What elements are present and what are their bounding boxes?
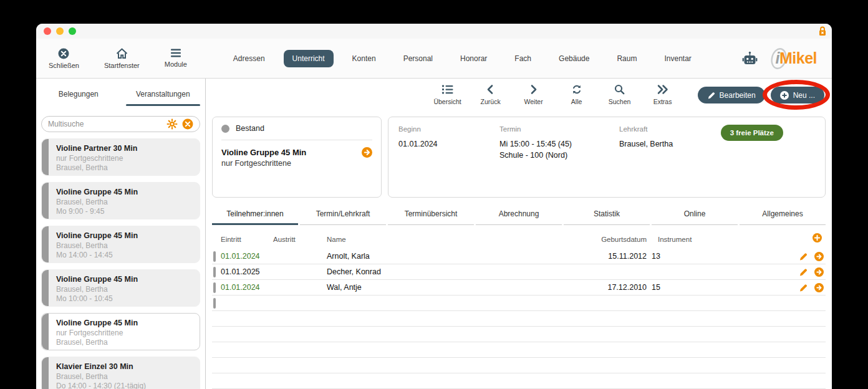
multi-search <box>41 116 200 132</box>
tool-module[interactable]: Module <box>165 48 187 69</box>
list-item[interactable]: Violine Partner 30 Min nur Fortgeschritt… <box>41 138 200 176</box>
zoom-window-button[interactable] <box>69 27 76 35</box>
list-item-marker <box>42 270 49 306</box>
open-row-button[interactable] <box>814 267 824 277</box>
nav-tab-honorar[interactable]: Honorar <box>451 50 496 67</box>
list-item-line: Brausel, Bertha <box>56 372 192 382</box>
cell-eintritt: 01.01.2024 <box>221 283 273 292</box>
field-value: Brausel, Bertha <box>619 138 673 150</box>
edit-row-button[interactable] <box>799 283 808 292</box>
cell-geburtsdatum: 15.11.2012 <box>586 252 647 261</box>
list-item-line: Brausel, Bertha <box>56 285 192 294</box>
edit-row-button[interactable] <box>799 267 808 276</box>
tab-abrechnung[interactable]: Abrechnung <box>476 206 562 225</box>
action-label: Zurück <box>481 98 501 105</box>
list-item-line: Mo 9:00 - 9:45 <box>56 207 192 216</box>
tab-terminübersicht[interactable]: Terminübersicht <box>388 206 474 225</box>
list-item-line: Brausel, Bertha <box>56 241 192 251</box>
action-suchen[interactable]: Suchen <box>605 84 634 105</box>
nav-tab-inventar[interactable]: Inventar <box>655 50 700 67</box>
toolbar-tools: SchließenStartfensterModule <box>49 48 187 69</box>
tab-statistik[interactable]: Statistik <box>564 206 650 225</box>
nav-tab-personal[interactable]: Personal <box>395 50 441 67</box>
tab-allgemeines[interactable]: Allgemeines <box>740 206 826 225</box>
list-item-title: Violine Gruppe 45 Min <box>56 187 192 197</box>
action-extras[interactable]: Extras <box>649 84 677 105</box>
list-item[interactable]: Violine Gruppe 45 Min Brausel, Bertha Mo… <box>41 226 200 263</box>
list-item-line: Mo 10:00 - 10:45 <box>56 294 192 304</box>
gear-icon[interactable] <box>166 118 178 130</box>
open-row-button[interactable] <box>814 252 824 261</box>
list-item[interactable]: Violine Gruppe 45 Min nur Fortgeschritte… <box>41 313 200 350</box>
nav-tab-gebäude[interactable]: Gebäude <box>550 50 598 67</box>
minimize-window-button[interactable] <box>56 27 64 35</box>
plus-circle-icon <box>780 91 789 100</box>
home-icon <box>116 48 128 59</box>
title-bar <box>36 24 832 39</box>
module-nav: AdressenUnterrichtKontenPersonalHonorarF… <box>224 50 700 67</box>
col-instrument: Instrument <box>647 236 826 243</box>
tab-online[interactable]: Online <box>652 206 738 225</box>
nav-tab-adressen[interactable]: Adressen <box>224 50 274 67</box>
action-zurück[interactable]: Zurück <box>476 84 505 105</box>
new-button[interactable]: Neu ... <box>771 87 824 103</box>
field-value: 01.01.2024 <box>398 138 499 150</box>
robot-icon[interactable] <box>741 51 758 66</box>
action-label: Extras <box>653 98 672 105</box>
table-row[interactable]: 01.01.2025 Decher, Konrad <box>212 264 826 280</box>
action-label: Suchen <box>609 98 631 105</box>
col-eintritt: Eintritt <box>221 236 273 243</box>
field-label: Lehrkraft <box>619 125 673 133</box>
row-marker <box>213 251 216 262</box>
imikel-logo: iMikel <box>776 50 817 66</box>
tool-label: Module <box>165 60 187 68</box>
table-row[interactable]: 01.01.2024 Arnolt, Karla 15.11.2012 13 <box>212 249 826 264</box>
list-icon <box>441 84 453 95</box>
sidebar-tab-veranstaltungen[interactable]: Veranstaltungen <box>121 90 206 106</box>
list-item[interactable]: Violine Gruppe 45 Min Brausel, Bertha Mo… <box>41 269 200 307</box>
action-alle[interactable]: Alle <box>562 84 591 105</box>
event-list: Violine Partner 30 Min nur Fortgeschritt… <box>41 138 200 389</box>
tool-startfenster[interactable]: Startfenster <box>104 48 140 69</box>
nav-tab-raum[interactable]: Raum <box>608 50 645 67</box>
arrow-circle-icon[interactable] <box>362 147 372 158</box>
list-item-marker <box>42 226 49 262</box>
list-item[interactable]: Violine Gruppe 45 Min Brausel, Bertha Mo… <box>41 182 200 219</box>
refresh-icon <box>571 84 582 95</box>
detail-field-termin: Termin Mi 15:00 - 15:45 (45)Schule - 100… <box>499 125 619 189</box>
course-name: Violine Gruppe 45 Min <box>221 148 372 158</box>
tab-termin-lehrkraft[interactable]: Termin/Lehrkraft <box>300 206 386 225</box>
list-item[interactable]: Klavier Einzel 30 Min Brausel, Bertha Do… <box>41 357 200 389</box>
brand-zone: iMikel <box>741 50 819 66</box>
col-austritt: Austritt <box>273 236 327 243</box>
action-übersicht[interactable]: Übersicht <box>433 84 462 105</box>
close-window-button[interactable] <box>44 27 51 35</box>
sidebar: BelegungenVeranstaltungen <box>36 79 206 389</box>
cell-eintritt: 01.01.2025 <box>221 267 273 276</box>
edit-button[interactable]: Bearbeiten <box>698 87 765 103</box>
cell-geburtsdatum: 17.12.2010 <box>586 283 647 292</box>
traffic-lights <box>44 27 76 35</box>
open-row-button[interactable] <box>814 283 824 292</box>
cell-name: Decher, Konrad <box>327 267 586 276</box>
action-weiter[interactable]: Weiter <box>519 84 548 105</box>
empty-table-row <box>212 373 826 389</box>
tab-teilnehmer-innen[interactable]: Teilnehmer:innen <box>212 206 298 225</box>
nav-tab-unterricht[interactable]: Unterricht <box>284 50 334 67</box>
tool-schließen[interactable]: Schließen <box>49 48 79 69</box>
action-label: Alle <box>571 98 582 105</box>
empty-table-row <box>212 327 826 342</box>
summary-cards: Bestand Violine Gruppe 45 Min nur Fortge… <box>206 117 832 198</box>
nav-tab-konten[interactable]: Konten <box>344 50 385 67</box>
row-actions <box>675 252 826 261</box>
nav-tab-fach[interactable]: Fach <box>506 50 540 67</box>
details-card: Beginn 01.01.2024 Termin Mi 15:00 - 15:4… <box>388 117 826 198</box>
edit-row-button[interactable] <box>799 252 808 261</box>
table-row[interactable]: 01.01.2024 Wal, Antje 17.12.2010 15 <box>212 280 826 295</box>
free-places-badge: 3 freie Plätze <box>721 125 783 141</box>
add-participant-button[interactable] <box>813 233 822 243</box>
chevrons-right-icon <box>657 84 669 95</box>
sidebar-tab-belegungen[interactable]: Belegungen <box>36 90 121 106</box>
clear-circle-icon[interactable] <box>182 118 193 130</box>
empty-table-row <box>212 342 826 358</box>
